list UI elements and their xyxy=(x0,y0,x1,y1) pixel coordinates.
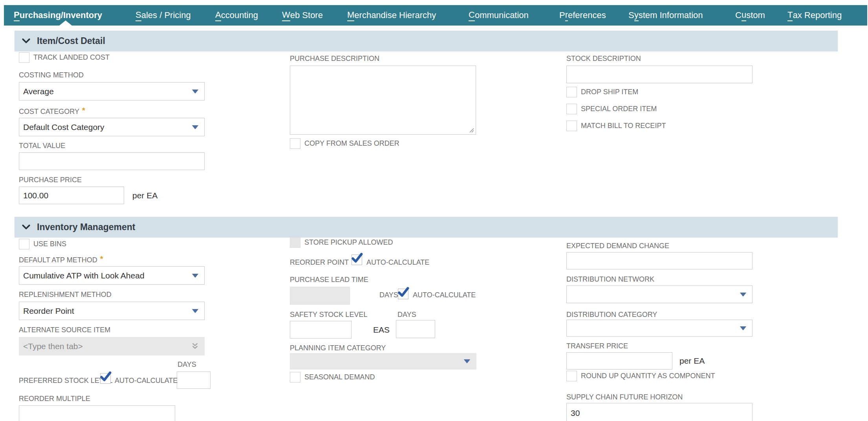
safety-stock-level-input[interactable] xyxy=(290,321,352,339)
purchase-lead-time-auto-calculate-checkbox[interactable] xyxy=(398,289,408,299)
cost-category-select[interactable]: Default Cost Category xyxy=(19,118,205,136)
dropdown-arrow-icon xyxy=(739,292,747,297)
stock-description-input[interactable] xyxy=(566,66,753,83)
required-asterisk: * xyxy=(100,254,103,263)
distribution-network-label: DISTRIBUTION NETWORK xyxy=(566,275,654,284)
match-bill-to-receipt-checkbox[interactable] xyxy=(566,121,577,131)
tab-system-information[interactable]: System Information xyxy=(628,5,703,26)
track-landed-cost-label: TRACK LANDED COST xyxy=(33,52,110,63)
transfer-price-label: TRANSFER PRICE xyxy=(566,342,628,350)
section-header-inventory-management[interactable]: Inventory Management xyxy=(15,217,838,238)
dropdown-arrow-icon xyxy=(191,125,199,130)
transfer-price-unit: per EA xyxy=(679,352,705,370)
preferred-stock-level-days-input[interactable] xyxy=(177,372,211,389)
safety-stock-level-days-input[interactable] xyxy=(396,320,435,338)
stock-description-label: STOCK DESCRIPTION xyxy=(566,55,641,63)
alternate-source-item-combo[interactable]: <Type then tab> xyxy=(19,337,205,355)
distribution-network-select[interactable] xyxy=(566,286,753,303)
planning-item-category-label: PLANNING ITEM CATEGORY xyxy=(290,344,386,352)
track-landed-cost-checkbox[interactable] xyxy=(19,52,29,63)
round-up-quantity-as-component-label: ROUND UP QUANTITY AS COMPONENT xyxy=(581,371,715,381)
alternate-source-item-label: ALTERNATE SOURCE ITEM xyxy=(19,326,110,334)
purchase-lead-time-auto-calculate-label: AUTO-CALCULATE xyxy=(413,290,476,300)
purchase-description-textarea[interactable] xyxy=(290,66,476,135)
drop-ship-item-label: DROP SHIP ITEM xyxy=(581,87,638,97)
check-icon xyxy=(351,252,363,264)
tab-tax-reporting[interactable]: Tax Reporting xyxy=(787,5,842,26)
cost-category-label: COST CATEGORY* xyxy=(19,107,85,116)
active-tab-pointer xyxy=(59,20,72,26)
reorder-point-label: REORDER POINT xyxy=(290,257,349,268)
preferred-stock-level-label: PREFERRED STOCK LEVEL xyxy=(19,375,113,386)
purchase-price-input[interactable] xyxy=(19,187,124,204)
chevron-down-icon xyxy=(22,38,30,44)
distribution-category-label: DISTRIBUTION CATEGORY xyxy=(566,311,657,319)
supply-chain-future-horizon-label: SUPPLY CHAIN FUTURE HORIZON xyxy=(566,393,683,401)
distribution-category-select[interactable] xyxy=(566,320,753,337)
tab-preferences[interactable]: Preferences xyxy=(559,5,606,26)
reorder-multiple-label: REORDER MULTIPLE xyxy=(19,395,90,403)
costing-method-select[interactable]: Average xyxy=(19,82,205,101)
dropdown-arrow-icon xyxy=(191,273,199,278)
use-bins-label: USE BINS xyxy=(33,239,66,249)
subtab-bar: Purchasing/Inventory Sales / Pricing Acc… xyxy=(4,5,867,26)
dropdown-arrow-icon xyxy=(463,359,471,364)
purchase-lead-time-days-label: DAYS xyxy=(379,290,398,300)
tab-web-store[interactable]: Web Store xyxy=(282,5,323,26)
required-asterisk: * xyxy=(82,106,85,115)
seasonal-demand-checkbox[interactable] xyxy=(290,372,300,383)
tab-merchandise-hierarchy[interactable]: Merchandise Hierarchy xyxy=(347,5,436,26)
check-icon xyxy=(397,286,410,298)
tab-accounting[interactable]: Accounting xyxy=(215,5,258,26)
chevron-down-icon xyxy=(22,225,30,230)
reorder-point-auto-calculate-checkbox[interactable] xyxy=(352,254,362,265)
special-order-item-label: SPECIAL ORDER ITEM xyxy=(581,104,657,114)
copy-from-sales-order-label: COPY FROM SALES ORDER xyxy=(304,138,399,149)
replenishment-method-label: REPLENISHMENT METHOD xyxy=(19,291,112,299)
copy-from-sales-order-checkbox[interactable] xyxy=(290,138,300,149)
preferred-stock-level-days-label: DAYS xyxy=(178,361,196,369)
transfer-price-input[interactable] xyxy=(566,352,672,370)
supply-chain-future-horizon-input[interactable] xyxy=(566,403,753,421)
drop-ship-item-checkbox[interactable] xyxy=(566,87,577,97)
tab-communication[interactable]: Communication xyxy=(469,5,529,26)
total-value-input[interactable] xyxy=(19,152,205,170)
tab-purchasing-inventory[interactable]: Purchasing/Inventory xyxy=(14,5,102,26)
dropdown-arrow-icon xyxy=(191,89,199,94)
round-up-quantity-as-component-checkbox[interactable] xyxy=(566,371,577,381)
tab-sales-pricing[interactable]: Sales / Pricing xyxy=(136,5,191,26)
total-value-label: TOTAL VALUE xyxy=(19,142,65,150)
safety-stock-level-days-label: DAYS xyxy=(397,311,416,319)
purchase-description-label: PURCHASE DESCRIPTION xyxy=(290,55,379,63)
store-pickup-allowed-label: STORE PICKUP ALLOWED xyxy=(304,237,393,248)
seasonal-demand-label: SEASONAL DEMAND xyxy=(304,372,375,383)
expected-demand-change-label: EXPECTED DEMAND CHANGE xyxy=(566,242,669,250)
section-title: Inventory Management xyxy=(37,222,136,232)
resize-grip-icon[interactable] xyxy=(469,128,474,133)
tab-custom[interactable]: Custom xyxy=(735,5,765,26)
preferred-stock-level-auto-calculate-checkbox[interactable] xyxy=(100,373,111,384)
dropdown-arrow-icon xyxy=(739,326,747,331)
section-title: Item/Cost Detail xyxy=(37,36,105,46)
use-bins-checkbox[interactable] xyxy=(19,239,29,249)
planning-item-category-select xyxy=(290,353,476,370)
reorder-multiple-input[interactable] xyxy=(19,405,175,421)
purchase-lead-time-input xyxy=(290,287,350,305)
expected-demand-change-input[interactable] xyxy=(566,252,753,269)
purchase-lead-time-label: PURCHASE LEAD TIME xyxy=(290,276,368,284)
section-header-item-cost-detail[interactable]: Item/Cost Detail xyxy=(15,31,838,51)
costing-method-label: COSTING METHOD xyxy=(19,71,84,79)
alternate-source-item-placeholder: <Type then tab> xyxy=(23,342,83,351)
dropdown-arrow-icon xyxy=(191,309,199,313)
default-atp-method-label: DEFAULT ATP METHOD* xyxy=(19,255,103,264)
purchase-price-label: PURCHASE PRICE xyxy=(19,176,82,184)
item-record-page: Purchasing/Inventory Sales / Pricing Acc… xyxy=(0,0,868,421)
replenishment-method-select[interactable]: Reorder Point xyxy=(19,302,205,320)
special-order-item-checkbox[interactable] xyxy=(566,104,577,114)
purchase-price-unit: per EA xyxy=(132,187,157,204)
safety-stock-level-label: SAFETY STOCK LEVEL xyxy=(290,311,367,319)
check-icon xyxy=(99,370,112,383)
safety-stock-level-unit: EAS xyxy=(373,321,390,339)
preferred-stock-level-auto-calculate-label: AUTO-CALCULATE xyxy=(115,375,178,386)
default-atp-method-select[interactable]: Cumulative ATP with Look Ahead xyxy=(19,266,205,285)
